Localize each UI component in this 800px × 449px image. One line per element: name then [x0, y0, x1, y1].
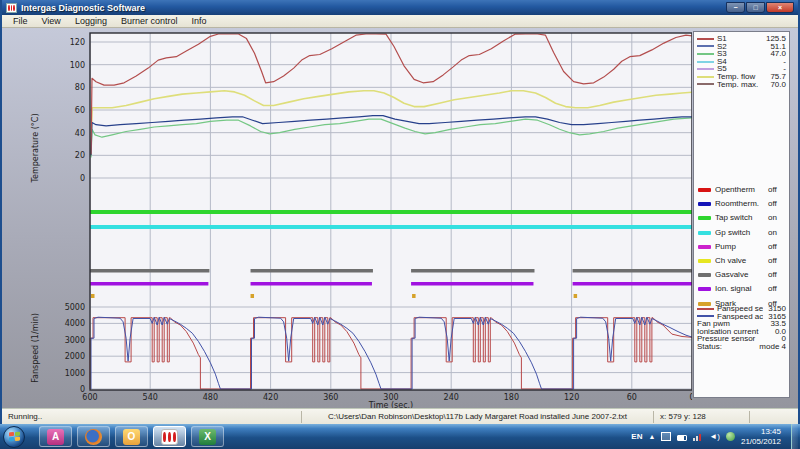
- legend-row-gp-switch: Gp switchon: [696, 226, 788, 240]
- window-title: Intergas Diagnostic Software: [21, 3, 726, 13]
- series-label: Temp. flow: [717, 73, 763, 81]
- x-tick-label: 60: [627, 393, 637, 402]
- taskbar-clock[interactable]: 13:45 21/05/2012: [741, 427, 781, 447]
- access-icon: A: [47, 429, 64, 445]
- gasvalve-swatch: [698, 273, 711, 277]
- gasvalve-band: [411, 269, 534, 273]
- temp-tick-label: 120: [70, 38, 85, 47]
- menu-view[interactable]: View: [35, 16, 68, 26]
- gasvalve-band: [573, 269, 692, 273]
- language-indicator[interactable]: EN: [631, 432, 642, 441]
- app-flame-icon: [6, 3, 17, 13]
- x-tick-label: 240: [444, 393, 459, 402]
- gasvalve-band: [90, 269, 209, 273]
- main-area: 6005404804203603002401801206000204060801…: [2, 28, 798, 408]
- x-tick-label: 180: [504, 393, 519, 402]
- x-tick-label: 540: [143, 393, 158, 402]
- taskbar-excel-button[interactable]: X: [191, 426, 224, 447]
- fan-tick-label: 2000: [65, 352, 85, 361]
- menu-burner-control[interactable]: Burner control: [114, 16, 185, 26]
- legend-fanspeed: Fanspeed set3150 Fanspeed act.3165 Fan p…: [696, 305, 788, 351]
- legend-row-temp-max: Temp. max.70.0: [696, 81, 788, 89]
- tray-action-center-icon[interactable]: [726, 432, 735, 441]
- temp-tick-label: 40: [75, 129, 85, 138]
- menu-file[interactable]: File: [6, 16, 35, 26]
- fan-value: mode 4: [759, 343, 788, 351]
- system-tray: EN ▲ ◄) 13:45 21/05/2012: [631, 424, 800, 449]
- spark-band: [412, 294, 416, 298]
- tray-volume-icon[interactable]: ◄): [709, 432, 720, 441]
- maximize-button[interactable]: □: [746, 2, 765, 13]
- chart-svg[interactable]: 6005404804203603002401801206000204060801…: [2, 28, 692, 408]
- s4-swatch: [697, 61, 714, 63]
- switch-state: off: [766, 183, 788, 197]
- legend-row-pump: Pumpoff: [696, 240, 788, 254]
- switch-label: Opentherm: [715, 183, 766, 197]
- windows-logo-icon: [9, 431, 20, 442]
- tray-window-icon[interactable]: [661, 432, 671, 441]
- taskbar-access-button[interactable]: A: [39, 426, 72, 447]
- s5-swatch: [697, 68, 714, 70]
- legend-row-opentherm: Openthermoff: [696, 183, 788, 197]
- fan-tick-label: 3000: [65, 336, 85, 345]
- close-button[interactable]: ×: [766, 2, 794, 13]
- switch-label: Roomtherm.: [715, 197, 766, 211]
- tray-battery-icon[interactable]: [677, 435, 687, 441]
- temperature-axis-title: Temperature (°C): [31, 113, 40, 183]
- x-tick-label: 420: [263, 393, 278, 402]
- spark-band: [574, 294, 578, 298]
- tray-expand-icon[interactable]: ▲: [648, 433, 655, 440]
- legend-row-s4: S4-: [696, 58, 788, 66]
- tap-switch-band: [90, 210, 692, 214]
- spark-band: [251, 294, 255, 298]
- fan-label: Fanspeed set: [717, 305, 763, 313]
- x-axis-title: Time (sec.): [368, 401, 413, 408]
- menu-info[interactable]: Info: [184, 16, 213, 26]
- outlook-icon: O: [123, 429, 140, 445]
- status-file-path: C:\Users\Dan Robinson\Desktop\117b Lady …: [302, 411, 654, 423]
- tray-network-icon[interactable]: [693, 432, 703, 441]
- switch-label: Gp switch: [715, 226, 766, 240]
- menu-bar: File View Logging Burner control Info: [2, 15, 798, 28]
- roomtherm-swatch: [698, 202, 711, 206]
- menu-logging[interactable]: Logging: [68, 16, 114, 26]
- minimize-button[interactable]: −: [726, 2, 745, 13]
- status-filler: [750, 411, 798, 423]
- legend-panel: S1125.5 S251.1 S347.0 S4- S5- Temp. flow…: [693, 31, 790, 398]
- fanspeed-act-swatch: [697, 315, 714, 317]
- gp-switch-band: [90, 225, 692, 229]
- temp-tick-label: 80: [75, 83, 85, 92]
- taskbar-apps: A O X: [39, 426, 224, 447]
- app-window: Intergas Diagnostic Software − □ × File …: [0, 0, 800, 424]
- intergas-flames-icon: [161, 429, 178, 445]
- x-tick-label: 0: [689, 393, 692, 402]
- desktop: Intergas Diagnostic Software − □ × File …: [0, 0, 800, 449]
- fan-label: Fanspeed act.: [717, 313, 763, 321]
- switch-state: on: [766, 211, 788, 225]
- gasvalve-band: [251, 269, 373, 273]
- x-tick-label: 600: [82, 393, 97, 402]
- switch-label: Pump: [715, 240, 766, 254]
- legend-row-status: Status:mode 4: [696, 343, 788, 351]
- x-tick-label: 120: [564, 393, 579, 402]
- fan-tick-label: 5000: [65, 303, 85, 312]
- start-button[interactable]: [3, 426, 25, 448]
- pump-swatch: [698, 245, 711, 249]
- tap-switch-swatch: [698, 216, 711, 220]
- ion-signal-band: [573, 282, 692, 286]
- clock-date: 21/05/2012: [741, 437, 781, 447]
- switch-state: off: [766, 282, 788, 296]
- fan-tick-label: 1000: [65, 369, 85, 378]
- switch-state: on: [766, 226, 788, 240]
- status-running: Running..: [2, 411, 302, 423]
- show-desktop-button[interactable]: [791, 424, 798, 449]
- ion-signal-band: [411, 282, 533, 286]
- x-tick-label: 480: [203, 393, 218, 402]
- taskbar-firefox-button[interactable]: [77, 426, 110, 447]
- temp-tick-label: 20: [75, 151, 85, 160]
- taskbar-intergas-button[interactable]: [153, 426, 186, 447]
- taskbar-outlook-button[interactable]: O: [115, 426, 148, 447]
- switch-state: off: [766, 240, 788, 254]
- ion-signal-swatch: [698, 287, 711, 291]
- title-bar[interactable]: Intergas Diagnostic Software − □ ×: [2, 0, 798, 15]
